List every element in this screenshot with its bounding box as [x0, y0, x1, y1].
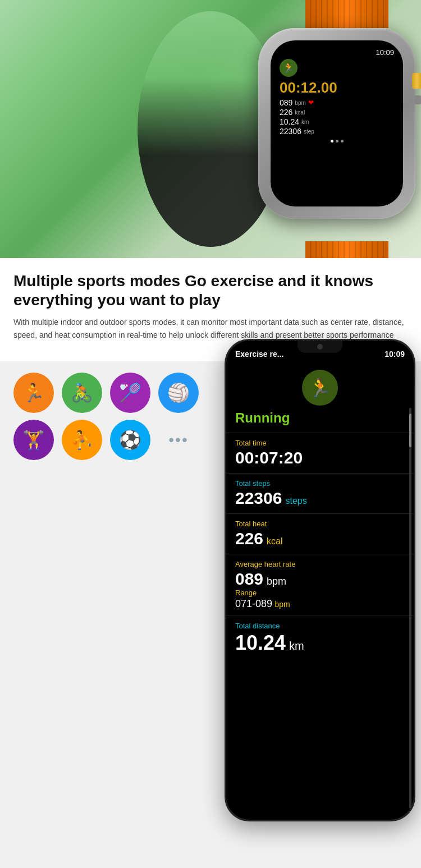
- sport-icon-weightlifting: 🏋️: [13, 420, 54, 460]
- watch-crown: [412, 73, 421, 89]
- watch-button: [414, 95, 421, 104]
- stat-unit-bpm: bpm: [267, 576, 286, 587]
- stat-value-time: 00:07:20: [235, 448, 303, 467]
- phone-notch: [298, 341, 342, 353]
- stat-label-total-time: Total time: [235, 439, 405, 447]
- phone-inner: Exercise re... 10:09 🏃 Running Total tim…: [226, 341, 414, 820]
- watch-screen: 10:09 🏃 00:12.00 089 bpm ❤ 226 kcal 10.2…: [271, 40, 403, 206]
- sports-row-2: 🏋️ ⛹️ ⚽ •••: [13, 420, 196, 460]
- stat-label-total-heat: Total heat: [235, 520, 405, 528]
- sport-icon-cycling: 🚴: [62, 373, 102, 413]
- phone-mockup: Exercise re... 10:09 🏃 Running Total tim…: [225, 339, 415, 821]
- exercise-icon-circle: 🏃: [302, 370, 338, 406]
- range-value-row: 071-089 bpm: [235, 598, 405, 610]
- watch-band-top: [305, 0, 388, 28]
- sport-icon-football: ⚽: [110, 420, 150, 460]
- stat-unit-kcal: kcal: [267, 536, 282, 546]
- stat-value-steps: 22306: [235, 489, 282, 508]
- dot-3: [341, 140, 344, 143]
- phone-scrollbar-thumb: [409, 414, 411, 447]
- phone-header-title: Exercise re...: [235, 350, 283, 359]
- watch-time: 10:09: [376, 48, 394, 57]
- sport-icon-running: 🏃: [13, 373, 54, 413]
- watch-distance: 10.24 km: [280, 117, 309, 126]
- stat-value-kcal: 226: [235, 529, 263, 548]
- stat-value-total-steps: 22306 steps: [235, 489, 405, 508]
- range-value: 071-089: [235, 598, 272, 609]
- watch-page-dots: [331, 140, 344, 143]
- watch-steps: 22306 step: [280, 127, 314, 136]
- watch-timer: 00:12.00: [280, 79, 337, 97]
- info-title: Multiple sports modes Go exercise and it…: [13, 272, 408, 309]
- watch-body: 10:09 🏃 00:12.00 089 bpm ❤ 226 kcal 10.2…: [258, 28, 415, 219]
- stat-heart-rate: Average heart rate 089 bpm Range 071-089…: [226, 554, 414, 616]
- stat-label-total-steps: Total steps: [235, 479, 405, 488]
- running-icon: 🏃: [282, 62, 295, 74]
- info-description: With multiple indoor and outdoor sports …: [13, 316, 408, 341]
- phone-header-time: 10:09: [385, 350, 405, 359]
- range-unit: bpm: [275, 600, 290, 609]
- sport-icon-volleyball: 🏐: [158, 373, 199, 413]
- exercise-icon-area: 🏃: [226, 361, 414, 410]
- sport-icon-basketball: ⛹️: [62, 420, 102, 460]
- stat-value-total-heat: 226 kcal: [235, 529, 405, 548]
- stat-value-total-time: 00:07:20: [235, 448, 405, 467]
- stat-value-heart-rate: 089 bpm: [235, 570, 405, 589]
- running-label: Running: [226, 410, 414, 433]
- dot-1: [331, 140, 333, 143]
- stat-value-distance: 10.24: [235, 631, 286, 655]
- stat-unit-steps: steps: [285, 496, 306, 506]
- range-label: Range: [235, 589, 405, 597]
- sports-row-1: 🏃 🚴 🏸 🏐: [13, 373, 196, 413]
- sport-icon-badminton: 🏸: [110, 373, 150, 413]
- sports-icons-area: 🏃 🚴 🏸 🏐 🏋️ ⛹️ ⚽ •••: [0, 361, 208, 827]
- exercise-running-icon: 🏃: [309, 377, 331, 398]
- stat-total-time: Total time 00:07:20: [226, 433, 414, 473]
- stat-label-heart-rate: Average heart rate: [235, 560, 405, 568]
- watch-running-icon: 🏃: [280, 59, 298, 77]
- phone-content: 🏃 Running Total time 00:07:20 Total step…: [226, 361, 414, 820]
- hero-section: 10:09 🏃 00:12.00 089 bpm ❤ 226 kcal 10.2…: [0, 0, 421, 258]
- stat-value-bpm: 089: [235, 570, 263, 589]
- watch-bpm: 089 bpm ❤: [280, 98, 314, 107]
- stat-total-distance: Total distance 10.24 km: [226, 616, 414, 660]
- watch-kcal: 226 kcal: [280, 108, 305, 117]
- heart-icon: ❤: [308, 99, 314, 107]
- phone-scrollbar: [409, 408, 411, 809]
- stat-unit-km: km: [289, 640, 304, 653]
- phone-outer: Exercise re... 10:09 🏃 Running Total tim…: [225, 339, 415, 821]
- stat-total-steps: Total steps 22306 steps: [226, 473, 414, 513]
- stat-total-heat: Total heat 226 kcal: [226, 513, 414, 554]
- stat-label-distance: Total distance: [235, 622, 405, 630]
- phone-section: 🏃 🚴 🏸 🏐 🏋️ ⛹️ ⚽ ••• Exercise re... 10:09: [0, 361, 421, 844]
- watch-container: 10:09 🏃 00:12.00 089 bpm ❤ 226 kcal 10.2…: [225, 17, 421, 252]
- stat-value-total-distance: 10.24 km: [235, 631, 405, 655]
- watch-band-bottom: [305, 241, 388, 258]
- phone-camera: [317, 344, 323, 350]
- sport-more-icon: •••: [158, 420, 199, 460]
- dot-2: [336, 140, 338, 143]
